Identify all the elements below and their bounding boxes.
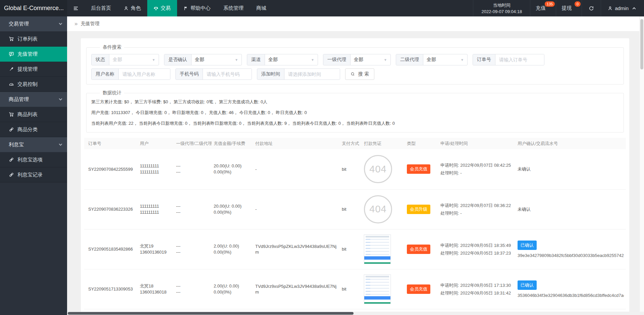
cell-pay-address: TVd9Jrz9xsP5pZKLw3JV94438a9sUE7Njm: [253, 229, 340, 269]
sidebar-item-recharge-management[interactable]: 充值管理: [0, 47, 67, 62]
confirm-status: 未确认: [518, 207, 531, 212]
sidebar-item-trade-control[interactable]: 交易控制: [0, 77, 67, 92]
cell-voucher: [362, 229, 405, 269]
table-row: SY2209051713309053 北冥1813600136018 -----…: [84, 269, 626, 309]
local-time-value: 2022-09-07 09:04:18: [481, 8, 522, 15]
cell-pay-method: bit: [340, 189, 362, 229]
col-times: 申请/处理时间: [438, 138, 516, 149]
cart-icon: [9, 112, 14, 117]
transaction-hash: 3536046b34f3e32904636db3b1f6d856cd3bffed…: [518, 293, 624, 298]
order-no-input[interactable]: [495, 54, 544, 65]
filter-row-1: 状态 全部 ▼ 是否确认 全部 ▼ 渠道 全部 ▼: [91, 54, 619, 65]
col-voucher: 打款凭证: [362, 138, 405, 149]
chevron-down-icon: ▼: [235, 58, 238, 62]
chevron-down-icon: ▼: [152, 58, 155, 62]
person-icon: [124, 6, 128, 11]
user-name-input[interactable]: [119, 69, 170, 80]
add-time-input[interactable]: [284, 69, 340, 80]
sidebar-toggle-button[interactable]: [67, 0, 85, 16]
cell-voucher: [362, 269, 405, 309]
main-menu: 后台首页 角色 交易 帮助中心 系统管理 商城: [85, 0, 273, 16]
voucher-thumbnail[interactable]: [364, 274, 391, 304]
link-icon: [9, 127, 14, 132]
vertical-scrollbar-thumb[interactable]: [640, 19, 643, 69]
chevron-down-icon: ▼: [384, 58, 387, 62]
gauge-icon: [9, 82, 14, 87]
sidebar-item-order-list[interactable]: 订单列表: [0, 32, 67, 47]
menu-item-system[interactable]: 系统管理: [217, 0, 250, 16]
voucher-404-placeholder[interactable]: 404: [364, 155, 392, 183]
sidebar-item-product-list[interactable]: 商品列表: [0, 107, 67, 122]
horizontal-scrollbar: [67, 312, 644, 315]
chevron-down-icon: ▼: [311, 58, 314, 62]
sidebar-group-interest-treasure[interactable]: 利息宝: [0, 137, 67, 152]
refresh-button[interactable]: [582, 0, 601, 16]
hamburger-icon: [73, 6, 78, 11]
local-time: 当地时间 2022-09-07 09:04:18: [473, 0, 530, 16]
cell-user: 111111111111111111: [138, 149, 174, 189]
confirm-select[interactable]: 全部 ▼: [192, 54, 241, 65]
cell-times: 申请时间: 2022年09月05日 17:13:30处理时间: 2022年09月…: [438, 269, 516, 309]
menu-item-roles[interactable]: 角色: [117, 0, 147, 16]
voucher-thumbnail[interactable]: [364, 234, 391, 264]
double-chevron-icon: »: [74, 20, 77, 27]
cell-pay-method: bit: [340, 229, 362, 269]
cell-times: 申请时间: 2022年09月07日 08:42:25处理时间: -: [438, 149, 516, 189]
stats-line-third-party: 第三方累计充值: $0， 第三方手续费: $0， 第三方成功收款: 0笔， 第三…: [91, 97, 619, 107]
scales-icon: [154, 6, 158, 11]
confirm-status-badge: 已确认: [518, 241, 537, 250]
recharge-count-badge: 135: [545, 1, 555, 7]
menu-item-dashboard[interactable]: 后台首页: [85, 0, 117, 16]
cell-pay-address: -: [253, 189, 340, 229]
search-fieldset: 条件搜索 状态 全部 ▼ 是否确认 全部 ▼ 渠道: [86, 44, 624, 85]
horizontal-scrollbar-thumb[interactable]: [68, 312, 354, 315]
link-icon: [9, 172, 14, 177]
col-agents: 一级代理/二级代理: [174, 138, 212, 149]
status-select[interactable]: 全部 ▼: [109, 54, 159, 65]
menu-item-trade[interactable]: 交易: [147, 0, 177, 16]
cell-order-no: SY2209051713309053: [84, 269, 138, 309]
sidebar-group-trade-management[interactable]: 交易管理: [0, 16, 67, 32]
cell-pay-address: TVd9Jrz9xsP5pZKLw3JV94438a9sUE7Njm: [253, 269, 340, 309]
cell-times: 申请时间: 2022年09月05日 18:35:49处理时间: 2022年09月…: [438, 229, 516, 269]
agent2-select[interactable]: 全部 ▼: [423, 54, 467, 65]
search-button[interactable]: 搜 索: [345, 68, 374, 80]
filter-add-time: 添加时间: [257, 68, 340, 80]
sidebar: 交易管理 订单列表 充值管理 提现管理 交易控制 商品管理 商品列表: [0, 16, 67, 315]
filter-status: 状态 全部 ▼: [91, 54, 159, 65]
search-icon: [351, 72, 355, 76]
sidebar-item-withdraw-management[interactable]: 提现管理: [0, 62, 67, 77]
link-icon: [9, 157, 14, 162]
type-badge: 会员充值: [407, 284, 430, 294]
withdraw-count-badge: 0: [575, 1, 581, 7]
cell-agents: ------: [174, 149, 212, 189]
withdraw-shortcut[interactable]: 提现 0: [556, 0, 582, 16]
cell-voucher: 404: [362, 189, 405, 229]
col-user: 用户: [138, 138, 174, 149]
menu-item-mall[interactable]: 商城: [250, 0, 273, 16]
cell-confirm: 已确认 3536046b34f3e32904636db3b1f6d856cd3b…: [516, 269, 626, 309]
transaction-hash: 39e3e34279809b3482fc5bbf30d03033b5eacb92…: [518, 253, 624, 258]
voucher-404-placeholder[interactable]: 404: [364, 195, 392, 223]
phone-input[interactable]: [203, 69, 252, 80]
user-menu[interactable]: admin: [601, 0, 644, 16]
col-order-no: 订单号: [84, 138, 138, 149]
sidebar-item-interest-records[interactable]: 利息宝记录: [0, 167, 67, 182]
person-icon: [608, 6, 612, 11]
sidebar-group-product-management[interactable]: 商品管理: [0, 92, 67, 107]
stats-legend: 数据统计: [100, 90, 124, 96]
cell-confirm: 未确认: [516, 149, 626, 189]
sidebar-item-interest-options[interactable]: 利息宝选项: [0, 152, 67, 167]
cell-type: 会员充值: [405, 149, 438, 189]
flag-icon: [183, 6, 188, 11]
recharge-shortcut[interactable]: 充值 135: [530, 0, 556, 16]
filter-channel: 渠道 全部 ▼: [247, 54, 318, 65]
agent1-select[interactable]: 全部 ▼: [351, 54, 390, 65]
sidebar-item-product-category[interactable]: 商品分类: [0, 122, 67, 137]
cell-amount-fee: 20.00(U: 0.00)0.00(0%): [212, 149, 253, 189]
search-legend: 条件搜索: [100, 44, 124, 50]
menu-item-help-center[interactable]: 帮助中心: [177, 0, 217, 16]
channel-select[interactable]: 全部 ▼: [265, 54, 318, 65]
filter-phone: 手机号码: [175, 68, 252, 80]
cell-user: 111111111111111111: [138, 189, 174, 229]
